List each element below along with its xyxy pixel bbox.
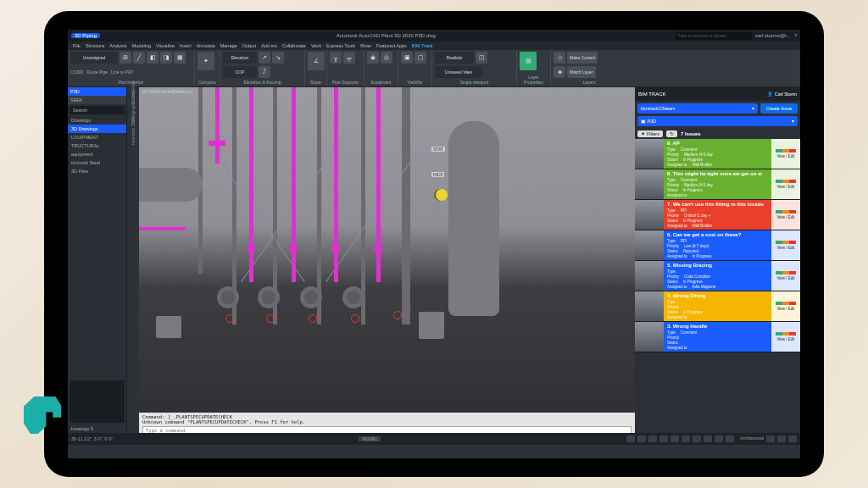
create-issue-button[interactable]: Create Issue — [760, 103, 798, 114]
issue-row[interactable]: 6. Can we get a cost on these? TypeRFI P… — [635, 230, 800, 261]
menu-item[interactable]: Manage — [220, 43, 237, 48]
quick-access-tab[interactable]: 3D Piping — [71, 33, 100, 38]
issue-row[interactable]: 5. Missing Bracing Type PriorityCode Com… — [635, 261, 800, 291]
menu-item[interactable]: Express Tools — [326, 43, 355, 48]
issue-row[interactable]: 3. Wrong Handle TypeComment Priority Sta… — [635, 322, 800, 352]
3d-viewport[interactable]: 2D Wireframe][Realistic] — [139, 87, 635, 433]
status-tool[interactable] — [637, 435, 646, 442]
menu-item[interactable]: Annotate — [197, 43, 215, 48]
view-dropdown[interactable]: Unsaved View — [435, 66, 482, 78]
all-button[interactable]: ▣ — [401, 52, 413, 64]
issue-row[interactable]: 4. Wrong Fitting Type Priority StatusIn … — [635, 291, 800, 322]
menu-item[interactable]: Vault — [311, 43, 321, 48]
refresh-button[interactable]: ↻ — [666, 130, 677, 137]
step-button[interactable]: ⤴ — [259, 66, 270, 78]
compass-button[interactable]: ✦ — [198, 52, 214, 70]
layer-props-button[interactable]: ▤ — [520, 52, 537, 70]
drop-button[interactable]: ↘ — [272, 52, 284, 64]
menu-item[interactable]: Modeling — [132, 43, 151, 48]
tree-item[interactable]: Drawings — [68, 116, 126, 125]
menu-item[interactable]: File — [73, 43, 81, 48]
filters-button[interactable]: ▼ Filters — [637, 130, 663, 137]
global-search-input[interactable]: Type a keyword or phrase — [676, 32, 752, 40]
issue-actions: View / Edit — [771, 261, 800, 291]
project-dropdown[interactable]: ▣ P3D▾ — [637, 116, 798, 126]
ribbon: Unassigned ⊞ ╱ ◧ ◨ ▦ CS300 Route Pipe Li… — [68, 50, 800, 87]
support2-button[interactable]: ╤ — [343, 52, 355, 64]
ribbon-slope: ∠ Slope — [305, 50, 327, 86]
status-tool[interactable] — [704, 435, 712, 442]
elevation-input[interactable]: Elevation — [223, 52, 257, 64]
equip-button[interactable]: ◉ — [367, 52, 379, 64]
tree-item[interactable]: 3D Drawings — [68, 125, 126, 133]
status-tool[interactable] — [648, 435, 657, 442]
visual-style-dropdown[interactable]: Realistic — [435, 52, 474, 64]
menu-item[interactable]: Analysis — [109, 43, 126, 48]
slope-button[interactable]: ∠ — [308, 52, 325, 70]
help-icon[interactable]: ? — [794, 33, 797, 38]
user-menu[interactable]: carl.storms@t... — [755, 33, 791, 38]
issue-row[interactable]: 9. AP TypeComment PriorityMedium (4-5 da… — [635, 139, 800, 169]
view-edit-link[interactable]: View / Edit — [776, 246, 794, 250]
issue-row[interactable]: 8. This might be tight once we get on si… — [635, 169, 800, 200]
match-layer-button[interactable]: Match Layer — [567, 66, 596, 78]
view-button[interactable]: ◫ — [476, 52, 487, 64]
status-tool[interactable] — [670, 435, 679, 442]
view-edit-link[interactable]: View / Edit — [776, 337, 794, 341]
view-edit-link[interactable]: View / Edit — [776, 307, 794, 311]
cmd-history: Unknown command "PLANTSPECUPDATECHECK". … — [142, 419, 632, 424]
menu-item[interactable]: Featured Apps — [376, 43, 407, 48]
view-edit-link[interactable]: View / Edit — [776, 185, 794, 189]
tree-item[interactable]: equipment — [68, 150, 126, 158]
menu-item[interactable]: Output — [242, 43, 257, 48]
model-space-button[interactable]: MODEL — [359, 436, 381, 441]
tree-item[interactable]: tructural Steel — [68, 158, 126, 167]
view-edit-link[interactable]: View / Edit — [776, 154, 794, 158]
tree-item[interactable]: 3D Files — [68, 167, 126, 175]
user-badge[interactable]: 👤 Carl Storm — [767, 92, 797, 97]
support-button[interactable]: ╥ — [330, 52, 342, 64]
view-edit-link[interactable]: View / Edit — [776, 215, 794, 219]
status-tool[interactable] — [766, 435, 775, 442]
side-tab[interactable]: Isometric DWG — [131, 133, 136, 145]
tree-item[interactable]: TRUCTURAL — [68, 141, 126, 150]
pcf-button[interactable]: ◨ — [160, 52, 172, 64]
menu-item[interactable]: River — [360, 43, 371, 48]
menu-item[interactable]: BIM Track — [412, 43, 433, 48]
cop-input[interactable]: COP — [223, 66, 257, 78]
menu-item[interactable]: Collaborate — [282, 43, 306, 48]
panel-tab[interactable]: P3D — [68, 87, 126, 96]
hub-dropdown[interactable]: bimtrackCSteam▾ — [637, 103, 758, 114]
create-ortho-button[interactable]: ▦ — [174, 52, 186, 64]
command-line: Command: [_.PLANTSPECUPDATECHECK Unknown… — [139, 413, 635, 433]
route-pipe-button[interactable]: ⊞ — [120, 52, 131, 64]
spec-dropdown[interactable]: Unassigned — [70, 52, 118, 64]
hide-button[interactable]: ▢ — [415, 52, 426, 64]
make-current-button[interactable]: Make Current — [567, 52, 598, 64]
line-to-pipe-button[interactable]: ╱ — [133, 52, 145, 64]
status-tool[interactable] — [777, 435, 786, 442]
layer-button[interactable]: ◇ — [554, 52, 565, 64]
p2p-button[interactable]: ◧ — [147, 52, 159, 64]
menu-item[interactable]: Add-ins — [261, 43, 277, 48]
issue-thumbnail — [635, 291, 664, 321]
status-tool[interactable] — [693, 435, 701, 442]
menu-item[interactable]: Insert — [180, 43, 192, 48]
menu-item[interactable]: Visualize — [156, 43, 175, 48]
search-input[interactable]: Search — [70, 106, 125, 114]
status-tool[interactable] — [715, 435, 723, 442]
layer2-button[interactable]: ◈ — [554, 66, 565, 78]
workspace: P3D SEEK Search Drawings 3D Drawings LOU… — [68, 87, 800, 433]
status-tool[interactable] — [659, 435, 668, 442]
status-tool[interactable] — [682, 435, 690, 442]
view-edit-link[interactable]: View / Edit — [776, 276, 794, 280]
status-tool[interactable] — [626, 435, 635, 442]
rise-button[interactable]: ↗ — [259, 52, 270, 64]
equip2-button[interactable]: ◎ — [381, 52, 392, 64]
status-tool[interactable] — [726, 435, 734, 442]
status-tool[interactable] — [788, 435, 797, 442]
issue-row[interactable]: 7. We can't use this fitting in this loc… — [635, 200, 800, 230]
command-input[interactable]: Type a command — [142, 426, 632, 433]
menu-item[interactable]: Structure — [86, 43, 104, 48]
tree-item[interactable]: LOUIPMENT — [68, 133, 126, 141]
